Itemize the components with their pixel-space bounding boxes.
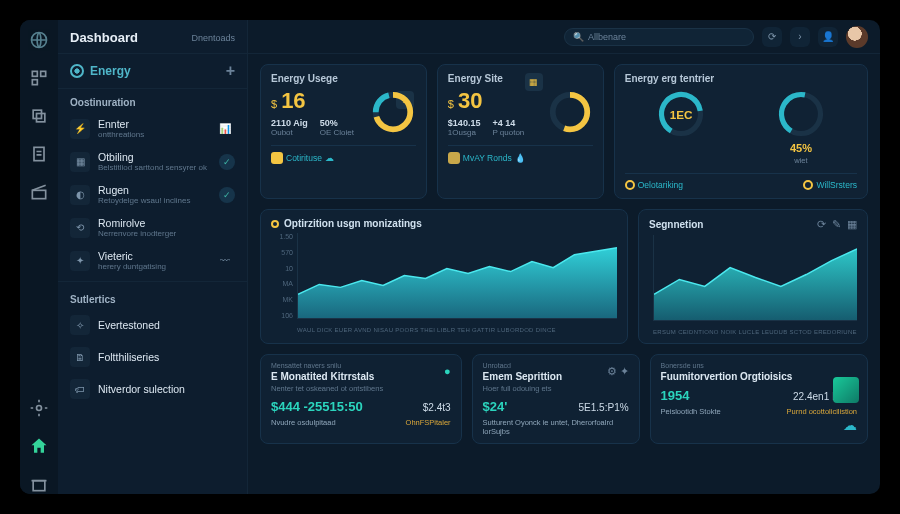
summary-card-a: Mensattet navers snilu E Monatited Kitrr… — [260, 354, 462, 444]
check-icon: ✓ — [219, 187, 235, 203]
card-energy-center: Energy erg tentrier 1EC 45% wiet Oelotar… — [614, 64, 868, 199]
summary-card-c: Bonersde uns Fuumitorvertion Orgtioisics… — [650, 354, 868, 444]
rail-doc-icon[interactable] — [29, 144, 49, 164]
page-title: Dashboard — [70, 30, 138, 45]
card-energy-usage: Energy Usege $16 1 2110 AigOubot 50%OE C… — [260, 64, 427, 199]
card-foot-link[interactable]: Cotirituse ☁ — [271, 152, 334, 164]
sidebar-item-folt[interactable]: 🗎 Foltthiliseries — [58, 341, 247, 373]
svg-rect-1 — [32, 71, 37, 76]
summary-card-b: Unrotacd Emem Seprittion ⚙ ✦ Hoer full o… — [472, 354, 640, 444]
billing-icon: ▦ — [70, 152, 90, 172]
main: 🔍 Allbenare ⟳ › 👤 Energy Usege $16 1 211… — [248, 20, 880, 494]
amount: $24' — [483, 399, 508, 414]
refresh-icon[interactable]: ⟳ — [817, 218, 826, 231]
rail-radio-icon[interactable] — [29, 182, 49, 202]
summary-row: Mensattet navers snilu E Monatited Kitrr… — [260, 354, 868, 444]
summary-title: E Monatited Kitrrstals — [271, 371, 451, 382]
foot-link-right[interactable]: WillSrsters — [803, 180, 857, 190]
svg-point-8 — [37, 406, 42, 411]
search-icon: 🔍 — [573, 32, 584, 42]
rail-globe-icon[interactable] — [29, 30, 49, 50]
chart-title: Optirzition usgn monizatings — [284, 218, 422, 229]
drop-icon: 💧 — [515, 153, 526, 163]
site-value: 30 — [458, 88, 482, 114]
avatar[interactable] — [846, 26, 868, 48]
section-config-label: Oostinuration — [58, 89, 247, 112]
sidebar-item-label: Ennter — [98, 118, 207, 130]
stat-cards: Energy Usege $16 1 2110 AigOubot 50%OE C… — [260, 64, 868, 199]
gauge-icon — [547, 89, 593, 135]
svg-rect-7 — [32, 190, 45, 198]
sidebar-energy-row[interactable]: Energy + — [58, 54, 247, 89]
gauge-icon — [370, 89, 416, 135]
ring-dot-icon — [803, 180, 813, 190]
target-icon — [70, 64, 84, 78]
chart-segmentation: Segnnetion ⟳ ✎ ▦ — [638, 209, 868, 344]
next-button[interactable]: › — [790, 27, 810, 47]
page-subtitle: Dnentoads — [191, 33, 235, 43]
dot-icon — [271, 220, 279, 228]
sidebar-item-label: Romirolve — [98, 217, 235, 229]
card-foot-link[interactable]: MvAY Ronds 💧 — [448, 152, 526, 164]
search-input[interactable]: 🔍 Allbenare — [564, 28, 754, 46]
history-icon: ✦ — [70, 251, 90, 271]
svg-rect-2 — [41, 71, 46, 76]
rail-grid-icon[interactable] — [29, 68, 49, 88]
wave-icon: 〰 — [215, 251, 235, 271]
edit-icon[interactable]: ✎ — [832, 218, 841, 231]
sidebar-item-otbiling[interactable]: ▦ OtbilingBelstitliod sarttond sensyrer … — [58, 145, 247, 178]
x-axis: ERSUM CEIDNTIONO NOIK LUCLE LEUDUB SCTOD… — [653, 329, 857, 335]
app-shell: Dashboard Dnentoads Energy + Oostinurati… — [20, 20, 880, 494]
sidebar-item-ennter[interactable]: ⚡ Ennterontthreations 📊 — [58, 112, 247, 145]
rail-home-icon[interactable] — [29, 436, 49, 456]
refresh-button[interactable]: ⟳ — [762, 27, 782, 47]
card-energy-site: Energy Site $30 ▦ $140.151Ousga +4 14P q… — [437, 64, 604, 199]
check-icon: ✓ — [219, 154, 235, 170]
sidebar: Dashboard Dnentoads Energy + Oostinurati… — [58, 20, 248, 494]
sidebar-item-vendor[interactable]: 🏷 Nitverdor sulection — [58, 373, 247, 405]
usage-value: 16 — [281, 88, 305, 114]
sidebar-item-label: Otbiling — [98, 151, 211, 163]
amount: 1954 — [661, 388, 690, 403]
cloud-icon: ☁ — [843, 417, 857, 433]
notify-button[interactable]: 👤 — [818, 27, 838, 47]
rail-settings-icon[interactable] — [29, 398, 49, 418]
building-icon — [833, 377, 859, 403]
sidebar-item-label: Nitverdor sulection — [98, 383, 235, 395]
gear-icon[interactable]: ⚙ ✦ — [607, 365, 629, 378]
sidebar-item-label: Vieteric — [98, 250, 207, 262]
calendar-icon[interactable]: ▦ — [847, 218, 857, 231]
chart-optimization: Optirzition usgn monizatings 1.5057010MA… — [260, 209, 628, 344]
cloud-icon: ☁ — [325, 153, 334, 163]
ring-dot-icon — [625, 180, 635, 190]
status-dot-icon: ● — [444, 365, 451, 377]
svg-text:1EC: 1EC — [669, 108, 692, 121]
spark-icon: ✧ — [70, 315, 90, 335]
topbar: 🔍 Allbenare ⟳ › 👤 — [248, 20, 880, 54]
area-chart — [297, 233, 617, 319]
region-icon: ◐ — [70, 185, 90, 205]
sidebar-item-label: Rugen — [98, 184, 211, 196]
sidebar-item-evertestoned[interactable]: ✧ Evertestoned — [58, 309, 247, 341]
chart-tools: ⟳ ✎ ▦ — [817, 218, 857, 231]
add-button[interactable]: + — [226, 62, 235, 80]
dot-icon — [448, 152, 460, 164]
chart-title: Segnnetion — [649, 219, 703, 230]
icon-rail — [20, 20, 58, 494]
rail-layers-icon[interactable] — [29, 106, 49, 126]
amount: $444 -25515:50 — [271, 399, 363, 414]
vendor-icon: 🏷 — [70, 379, 90, 399]
content: Energy Usege $16 1 2110 AigOubot 50%OE C… — [248, 54, 880, 454]
sidebar-item-romirolve[interactable]: ⟲ RomirolveNerrenvore inodterger — [58, 211, 247, 244]
x-axis: WAUL DICK EUER AVND NISAU POORS THEI LIB… — [297, 327, 617, 333]
doc-icon: 🗎 — [70, 347, 90, 367]
sidebar-item-rugen[interactable]: ◐ RugenRetoydelge wsau! inclines ✓ — [58, 178, 247, 211]
card-title: Energy Site — [448, 73, 593, 84]
y-axis: 1.5057010MAMK106 — [271, 233, 293, 319]
rail-archive-icon[interactable] — [29, 474, 49, 494]
svg-rect-9 — [33, 481, 45, 491]
search-placeholder: Allbenare — [588, 32, 745, 42]
sidebar-item-vieteric[interactable]: ✦ Vietericherery duntgatising 〰 — [58, 244, 247, 277]
foot-link-left[interactable]: Oelotariking — [625, 180, 683, 190]
ring-gauge-left: 1EC — [655, 88, 707, 140]
